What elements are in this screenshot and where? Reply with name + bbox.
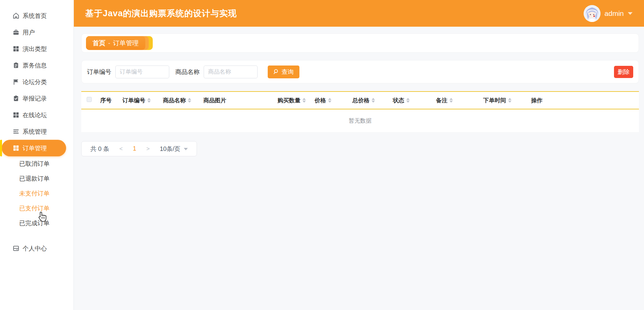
sidebar-item-show-types[interactable]: 演出类型 bbox=[0, 41, 74, 57]
search-button[interactable]: 查询 bbox=[268, 66, 299, 78]
column-label: 订单编号 bbox=[122, 97, 145, 104]
chevron-down-icon bbox=[184, 148, 188, 150]
column-header-7[interactable]: 状态 bbox=[389, 92, 432, 109]
user-menu[interactable]: admin bbox=[584, 5, 633, 22]
page-size-select[interactable]: 10条/页 bbox=[160, 145, 188, 153]
grid-icon bbox=[12, 46, 19, 52]
sidebar-item-report-records[interactable]: 举报记录 bbox=[0, 90, 74, 107]
window-icon bbox=[12, 245, 19, 252]
column-label: 商品图片 bbox=[203, 97, 226, 104]
column-label: 序号 bbox=[100, 97, 112, 104]
sidebar-item-online-forum[interactable]: 在线论坛 bbox=[0, 107, 74, 123]
breadcrumb: 首页 - 订单管理 bbox=[86, 36, 145, 50]
sidebar-item-ticket-info[interactable]: 票务信息 bbox=[0, 57, 74, 74]
breadcrumb-home[interactable]: 首页 bbox=[93, 39, 106, 48]
product-name-label: 商品名称 bbox=[175, 68, 200, 76]
sort-arrows-icon[interactable] bbox=[302, 98, 306, 103]
filter-bar: 订单编号 商品名称 查询 删除 bbox=[81, 60, 639, 83]
column-label: 下单时间 bbox=[483, 97, 506, 104]
breadcrumb-current: 订单管理 bbox=[113, 39, 139, 48]
sidebar-item-label: 未支付订单 bbox=[19, 189, 50, 198]
sidebar-item-unpaid-orders[interactable]: 未支付订单 bbox=[0, 186, 74, 201]
column-header-3: 商品图片 bbox=[199, 92, 273, 109]
empty-state-text: 暂无数据 bbox=[81, 109, 639, 132]
sidebar-item-users[interactable]: 用户 bbox=[0, 24, 74, 41]
column-header-1[interactable]: 订单编号 bbox=[118, 92, 159, 109]
breadcrumb-card: 首页 - 订单管理 bbox=[81, 33, 639, 53]
sidebar-item-cancelled-orders[interactable]: 已取消订单 bbox=[0, 156, 74, 171]
clipboard-check-icon bbox=[12, 95, 19, 102]
breadcrumb-separator: - bbox=[108, 40, 110, 47]
sort-arrows-icon[interactable] bbox=[188, 98, 191, 103]
column-header-2[interactable]: 商品名称 bbox=[159, 92, 199, 109]
sidebar-item-label: 论坛分类 bbox=[23, 78, 47, 86]
column-header-4[interactable]: 购买数量 bbox=[273, 92, 311, 109]
column-label: 备注 bbox=[436, 97, 447, 104]
sidebar-item-order-management[interactable]: 订单管理 bbox=[2, 140, 66, 156]
column-label: 购买数量 bbox=[277, 97, 300, 104]
sidebar-item-label: 举报记录 bbox=[23, 95, 47, 103]
delete-button[interactable]: 删除 bbox=[614, 66, 633, 78]
grid-icon bbox=[12, 145, 19, 152]
briefcase-icon bbox=[12, 29, 19, 36]
top-header: 基于Java的演出购票系统的设计与实现 bbox=[74, 0, 644, 27]
home-icon bbox=[12, 12, 19, 19]
pagination-bar: 共 0 条 < 1 > 10条/页 bbox=[81, 141, 197, 156]
column-header-8[interactable]: 备注 bbox=[432, 92, 479, 109]
sidebar-item-completed-orders[interactable]: 已完成订单 bbox=[0, 216, 74, 231]
grid-icon bbox=[12, 112, 19, 119]
app-window: 系统首页用户演出类型票务信息论坛分类举报记录在线论坛系统管理订单管理已取消订单已… bbox=[0, 0, 644, 310]
sidebar-item-personal-center[interactable]: 个人中心 bbox=[0, 240, 74, 257]
sidebar-nav: 系统首页用户演出类型票务信息论坛分类举报记录在线论坛系统管理订单管理已取消订单已… bbox=[0, 7, 74, 257]
sidebar-item-label: 个人中心 bbox=[23, 244, 47, 253]
header-checkbox-cell bbox=[81, 92, 96, 109]
sidebar-item-home[interactable]: 系统首页 bbox=[0, 7, 74, 24]
column-header-6[interactable]: 总价格 bbox=[348, 92, 389, 109]
select-all-checkbox[interactable] bbox=[87, 97, 92, 102]
clipboard-icon bbox=[12, 62, 19, 69]
sidebar-item-label: 订单管理 bbox=[23, 144, 47, 152]
flag-icon bbox=[12, 79, 19, 85]
sidebar-item-label: 演出类型 bbox=[23, 45, 47, 53]
page-title: 基于Java的演出购票系统的设计与实现 bbox=[85, 8, 237, 19]
sort-arrows-icon[interactable] bbox=[147, 98, 151, 103]
order-no-input[interactable] bbox=[115, 66, 169, 78]
page-number-1[interactable]: 1 bbox=[133, 145, 136, 152]
sidebar-item-forum-categories[interactable]: 论坛分类 bbox=[0, 74, 74, 90]
column-header-10: 操作 bbox=[527, 92, 639, 109]
pagination-total: 共 0 条 bbox=[90, 145, 109, 153]
username-label: admin bbox=[605, 9, 624, 18]
avatar[interactable] bbox=[584, 5, 601, 22]
sidebar-item-label: 已取消订单 bbox=[19, 160, 50, 168]
column-label: 价格 bbox=[315, 97, 326, 104]
orders-table: 序号订单编号商品名称商品图片购买数量价格总价格状态备注下单时间操作 暂无数据 bbox=[81, 91, 639, 132]
sort-arrows-icon[interactable] bbox=[372, 98, 375, 103]
sort-arrows-icon[interactable] bbox=[449, 98, 453, 103]
table-header-row: 序号订单编号商品名称商品图片购买数量价格总价格状态备注下单时间操作 bbox=[81, 92, 639, 109]
column-label: 操作 bbox=[531, 97, 543, 104]
column-header-0: 序号 bbox=[96, 92, 118, 109]
list-arrow-icon bbox=[12, 128, 19, 135]
chevron-down-icon bbox=[628, 12, 633, 15]
sort-arrows-icon[interactable] bbox=[406, 98, 410, 103]
column-header-9[interactable]: 下单时间 bbox=[479, 92, 527, 109]
sidebar-item-label: 票务信息 bbox=[23, 61, 47, 70]
sort-arrows-icon[interactable] bbox=[508, 98, 511, 103]
column-header-5[interactable]: 价格 bbox=[311, 92, 348, 109]
prev-page-button[interactable]: < bbox=[119, 146, 123, 152]
sidebar-item-paid-orders[interactable]: 已支付订单 bbox=[0, 201, 74, 216]
column-label: 状态 bbox=[393, 97, 404, 104]
sidebar-item-label: 在线论坛 bbox=[23, 111, 47, 119]
order-no-label: 订单编号 bbox=[87, 68, 111, 76]
empty-row: 暂无数据 bbox=[81, 109, 639, 132]
sidebar-item-label: 已完成订单 bbox=[19, 219, 50, 227]
sidebar-item-label: 用户 bbox=[23, 28, 35, 36]
sort-arrows-icon[interactable] bbox=[328, 98, 331, 103]
sidebar: 系统首页用户演出类型票务信息论坛分类举报记录在线论坛系统管理订单管理已取消订单已… bbox=[0, 0, 74, 310]
sidebar-item-system-management[interactable]: 系统管理 bbox=[0, 123, 74, 140]
next-page-button[interactable]: > bbox=[146, 146, 150, 152]
sidebar-item-refunded-orders[interactable]: 已退款订单 bbox=[0, 171, 74, 186]
main-content: 首页 - 订单管理 订单编号 商品名称 查询 bbox=[74, 27, 644, 310]
product-name-input[interactable] bbox=[204, 66, 258, 78]
column-label: 总价格 bbox=[352, 97, 370, 104]
